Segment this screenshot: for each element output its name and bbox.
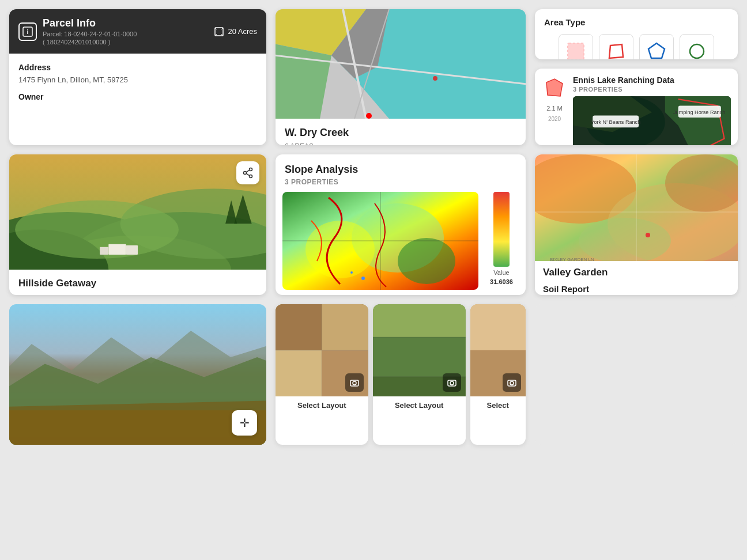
ennis-stat1-year: 2020 [542,116,567,122]
select-layout-label-2: Select Layout [373,396,466,414]
parcel-header: i Parcel Info Parcel: 18-0240-24-2-01-01… [9,9,266,54]
slope-legend: Value 31.6036 [484,192,519,290]
select-layout-card-1[interactable]: Select Layout [276,304,368,445]
acres-value: 20 Acres [228,27,257,36]
svg-marker-21 [546,79,563,96]
svg-rect-17 [568,43,584,59]
svg-marker-18 [609,44,623,58]
camera-icon-1 [345,373,364,392]
select-layout-label-1: Select Layout [276,396,368,414]
svg-rect-40 [108,244,126,255]
ennis-title: Ennis Lake Ranching Data [573,75,731,85]
svg-point-15 [366,113,372,119]
layout-image-2 [373,304,466,396]
dry-creek-card: W. Dry Creek 6 AREAS GIS Layers Countour… [276,9,526,145]
svg-rect-84 [373,337,466,377]
dry-creek-areas: 6 AREAS [285,142,516,145]
svg-point-81 [353,381,356,385]
move-icon: ✛ [240,416,250,430]
slope-legend-label: Value [493,269,509,276]
parcel-info-card: i Parcel Info Parcel: 18-0240-24-2-01-01… [9,9,266,145]
slope-map [282,192,478,290]
svg-point-43 [250,168,252,171]
slope-analysis-card: Slope Analysis 3 PROPERTIES [276,154,526,295]
area-type-circle[interactable] [680,34,714,59]
ennis-lake-card: 2.1 M 2020 Ennis Lake Ranching Data 3 PR… [535,69,738,145]
area-type-dashed-square[interactable] [559,34,593,59]
slope-properties: 3 PROPERTIES [285,178,516,186]
hillside-card: Hillside Getaway 5855 Old Campfire Lane … [9,154,266,295]
slope-content: Value 31.6036 [276,192,526,295]
address-value: 1475 Flynn Ln, Dillon, MT, 59725 [18,75,257,84]
area-type-solid-square[interactable] [599,34,633,59]
svg-marker-19 [648,43,665,58]
ennis-text-col: Ennis Lake Ranching Data 3 PROPERTIES [573,75,731,145]
svg-point-45 [250,175,252,178]
dry-creek-info: W. Dry Creek 6 AREAS [276,119,526,145]
svg-text:BIXLEY GARDEN LN: BIXLEY GARDEN LN [550,257,594,261]
svg-rect-83 [373,304,466,337]
svg-point-44 [244,172,247,175]
svg-marker-72 [9,400,266,445]
svg-text:i: i [27,29,29,35]
svg-point-57 [361,277,365,280]
parcel-id-line1: Parcel: 18-0240-24-2-01-01-0000 [43,31,137,37]
valley-map: BIXLEY GARDEN LN [535,154,738,261]
parcel-body: Address 1475 Flynn Ln, Dillon, MT, 59725… [9,54,266,114]
dry-creek-map [276,9,526,119]
ennis-map-preview: York N' Beans Ranch Jumping Horse Ranch [573,96,731,145]
valley-title: Valley Garden [543,267,730,278]
svg-point-94 [510,381,514,385]
slope-gradient-bar [493,192,510,267]
layout-image-3 [470,304,526,396]
camera-icon-2 [443,373,461,392]
svg-rect-75 [322,304,368,350]
svg-text:Jumping Horse Ranch: Jumping Horse Ranch [673,109,725,115]
parcel-acres: 20 Acres [214,27,257,37]
svg-rect-74 [276,304,322,350]
valley-card: BIXLEY GARDEN LN Valley Garden Soil Repo… [535,154,738,295]
hillside-title: Hillside Getaway [18,278,257,289]
address-label: Address [18,63,257,72]
landscape-card: ✛ [9,304,266,445]
area-type-card: Area Type [535,9,738,59]
slope-legend-value: 31.6036 [490,278,513,285]
parcel-icon: i [18,22,37,41]
ennis-shape-icon [542,75,567,101]
select-layout-card-3[interactable]: Select [470,304,526,445]
select-layout-container: Select Layout Select [276,304,526,445]
area-type-title: Area Type [544,17,729,27]
svg-point-58 [350,271,353,274]
owner-label: Owner [18,92,257,101]
area-type-icons [544,34,729,59]
slope-title: Slope Analysis [285,164,516,176]
parcel-title: Parcel Info [43,17,137,29]
svg-point-89 [450,381,454,385]
move-button[interactable]: ✛ [232,410,257,436]
select-layout-card-2[interactable]: Select Layout [373,304,466,445]
valley-info: Valley Garden [535,261,738,284]
parcel-id-line2: ( 18024024201010000 ) [43,39,137,46]
svg-rect-76 [276,350,322,396]
right-column-top: Area Type [535,9,738,145]
hillside-body: Hillside Getaway 5855 Old Campfire Lane … [9,270,266,295]
svg-rect-41 [126,245,138,255]
svg-point-20 [690,44,704,58]
svg-line-46 [246,170,250,172]
hillside-image [9,154,266,270]
svg-text:York N' Beans Ranch: York N' Beans Ranch [591,119,640,125]
soil-report-title: Soil Report [543,284,730,294]
dry-creek-title: W. Dry Creek [285,127,516,139]
svg-point-37 [15,200,179,259]
right-placeholder [535,304,738,445]
share-button[interactable] [236,161,259,184]
svg-line-47 [246,173,250,176]
ennis-properties: 3 PROPERTIES [573,86,731,93]
select-layout-label-3: Select [470,396,526,414]
ennis-stat1-value: 2.1 M [542,104,567,112]
area-type-pentagon[interactable] [639,34,674,59]
svg-point-66 [646,233,650,237]
camera-icon-3 [503,373,521,392]
layout-image-1 [276,304,368,396]
valley-column: BIXLEY GARDEN LN Valley Garden Soil Repo… [535,154,738,295]
